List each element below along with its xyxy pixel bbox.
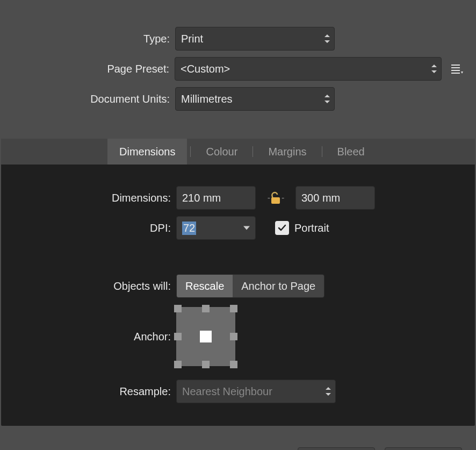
tab-separator — [253, 146, 253, 157]
tab-bleed[interactable]: Bleed — [326, 139, 377, 165]
tab-separator — [322, 146, 322, 157]
tab-colour[interactable]: Colour — [194, 139, 249, 165]
page-preset-value: <Custom> — [181, 63, 230, 75]
segment-anchor-to-page[interactable]: Anchor to Page — [233, 275, 324, 297]
spinner-icon — [324, 95, 330, 103]
preset-menu-button[interactable] — [448, 60, 465, 77]
anchor-handle-center[interactable] — [200, 331, 212, 342]
resample-dropdown[interactable]: Nearest Neighbour — [176, 380, 336, 403]
anchor-handle-bc[interactable] — [202, 361, 210, 368]
document-units-dropdown[interactable]: Millimetres — [175, 87, 335, 111]
type-value: Print — [181, 33, 203, 45]
portrait-label: Portrait — [294, 222, 329, 234]
spinner-icon — [326, 387, 331, 396]
svg-rect-5 — [271, 197, 280, 204]
objects-segmented-control: Rescale Anchor to Page — [176, 274, 324, 298]
objects-will-label: Objects will: — [1, 280, 176, 292]
aspect-lock-button[interactable]: - - — [262, 191, 289, 204]
spinner-icon — [431, 65, 437, 73]
width-value: 210 mm — [182, 192, 221, 204]
document-units-value: Millimetres — [181, 93, 233, 105]
type-dropdown[interactable]: Print — [175, 27, 335, 51]
chevron-down-icon — [243, 226, 250, 230]
anchor-handle-tr[interactable] — [230, 305, 237, 312]
page-preset-label: Page Preset: — [0, 63, 175, 75]
anchor-handle-mr[interactable] — [230, 333, 237, 340]
anchor-selector[interactable] — [176, 307, 235, 366]
type-label: Type: — [0, 33, 175, 45]
lock-dash: - — [282, 193, 284, 203]
unlock-icon — [270, 191, 282, 204]
height-value: 300 mm — [301, 192, 340, 204]
segment-rescale[interactable]: Rescale — [177, 275, 233, 297]
dimensions-label: Dimensions: — [1, 192, 176, 204]
resample-label: Resample: — [1, 385, 176, 398]
anchor-handle-bl[interactable] — [174, 361, 182, 368]
ok-button[interactable]: OK — [385, 447, 462, 450]
tab-separator — [190, 146, 191, 157]
dpi-label: DPI: — [1, 222, 176, 234]
anchor-handle-tc[interactable] — [202, 305, 210, 312]
tab-dimensions[interactable]: Dimensions — [107, 139, 187, 165]
resample-value: Nearest Neighbour — [182, 385, 272, 398]
dpi-value: 72 — [182, 222, 196, 235]
anchor-handle-tl[interactable] — [174, 305, 182, 312]
portrait-checkbox[interactable] — [275, 221, 289, 235]
anchor-handle-br[interactable] — [230, 361, 237, 368]
tabs-bar: Dimensions Colour Margins Bleed — [1, 139, 475, 165]
anchor-handle-ml[interactable] — [174, 333, 182, 340]
cancel-button[interactable]: Cancel — [298, 447, 375, 450]
dpi-combobox[interactable]: 72 — [176, 216, 256, 240]
height-input[interactable]: 300 mm — [295, 186, 375, 210]
svg-marker-4 — [461, 72, 463, 74]
tab-margins[interactable]: Margins — [256, 139, 318, 165]
document-units-label: Document Units: — [0, 93, 175, 105]
page-preset-dropdown[interactable]: <Custom> — [175, 57, 442, 81]
spinner-icon — [324, 34, 330, 43]
anchor-label: Anchor: — [1, 331, 176, 343]
width-input[interactable]: 210 mm — [176, 186, 256, 210]
